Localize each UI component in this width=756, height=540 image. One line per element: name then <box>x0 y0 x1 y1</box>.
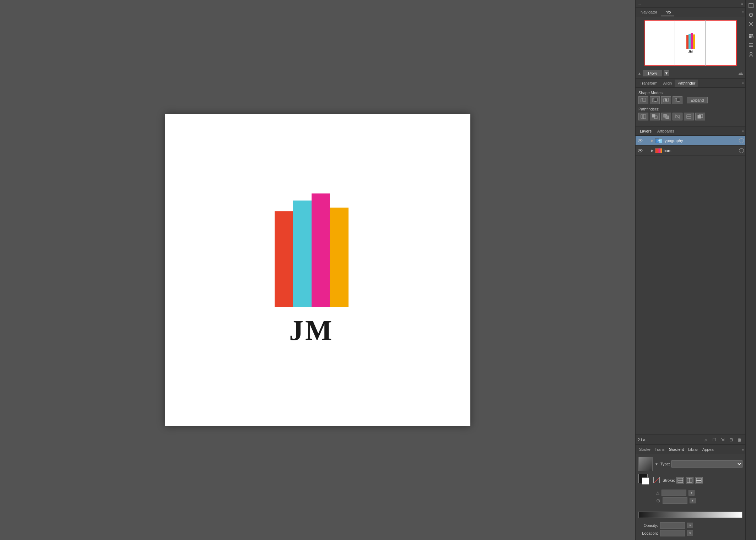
pf-minus-front-icon[interactable] <box>650 96 660 104</box>
layers-new-layer-icon[interactable]: ☐ <box>711 437 718 443</box>
layers-merge-icon[interactable]: ⇲ <box>719 437 726 443</box>
layer-eye-typography[interactable] <box>637 137 643 144</box>
gradient-menu-icon[interactable]: ≡ <box>742 448 744 452</box>
tab-pathfinder[interactable]: Pathfinder <box>675 80 698 87</box>
pf-intersect-icon[interactable] <box>661 96 671 104</box>
gradient-aspect-input[interactable] <box>663 497 687 504</box>
layer-eye-bars[interactable] <box>637 147 643 154</box>
pf-trim-icon[interactable] <box>650 113 660 120</box>
expand-button[interactable]: Expand <box>687 97 708 103</box>
bar-pink <box>312 194 330 307</box>
bar-gold <box>330 208 349 307</box>
layers-delete1-icon[interactable]: ⊟ <box>728 437 735 443</box>
toolbar-icon-5[interactable] <box>747 41 755 49</box>
stroke-btn-2[interactable] <box>686 477 693 484</box>
opacity-input[interactable] <box>660 522 685 529</box>
location-dropdown[interactable]: ▼ <box>687 530 693 536</box>
nav-vline-right <box>705 20 706 66</box>
none-swatch[interactable] <box>653 477 660 484</box>
stroke-btn-1[interactable] <box>676 477 684 484</box>
tab-info[interactable]: Info <box>661 9 674 16</box>
pathfinder-menu-icon[interactable]: ≡ <box>742 81 744 85</box>
nav-text-mini: JM <box>688 50 693 53</box>
layer-item-bars[interactable]: ▶ bars <box>636 146 745 156</box>
gradient-type-row: ▼ Type: <box>638 457 742 471</box>
tab-library[interactable]: Librar <box>686 446 700 453</box>
zoom-collapse-icon[interactable]: ▲ <box>638 71 641 75</box>
gradient-swatch-arrow[interactable]: ▼ <box>655 462 658 466</box>
layer-target-typography[interactable] <box>739 138 744 143</box>
svg-rect-41 <box>749 36 751 38</box>
navigator-section: Navigator Info ≡ JM <box>636 8 745 79</box>
tab-align[interactable]: Align <box>660 80 675 87</box>
layers-trash-icon[interactable]: 🗑 <box>736 437 743 443</box>
layers-search-icon[interactable]: ⌕ <box>702 437 709 443</box>
toolbar-divider-1 <box>747 30 755 30</box>
toolbar-icon-3[interactable] <box>747 20 755 28</box>
zoom-input[interactable] <box>643 70 662 76</box>
gradient-angle-input[interactable] <box>662 490 686 496</box>
canvas-area: JM <box>0 0 635 540</box>
nav-menu-icon[interactable]: ≡ <box>742 10 744 14</box>
layer-arrow-bars[interactable]: ▶ <box>651 149 654 152</box>
svg-rect-39 <box>749 34 751 36</box>
gradient-angle-row: △ ▼ <box>656 490 742 496</box>
pf-unite-icon[interactable] <box>638 96 648 104</box>
svg-rect-12 <box>643 115 646 118</box>
tab-navigator[interactable]: Navigator <box>637 9 661 16</box>
tab-stroke[interactable]: Stroke <box>637 446 653 453</box>
gradient-bar-container: 🗑 <box>638 512 742 518</box>
toolbar-icon-4[interactable] <box>747 32 755 40</box>
gradient-bar[interactable] <box>638 512 742 518</box>
tab-appearance[interactable]: Appea <box>700 446 716 453</box>
layer-item-typography[interactable]: ▶ JM typography <box>636 136 745 146</box>
tab-artboards[interactable]: Artboards <box>654 128 677 135</box>
location-input[interactable] <box>660 530 685 536</box>
gradient-angle-dropdown[interactable]: ▼ <box>688 490 695 496</box>
opacity-dropdown[interactable]: ▼ <box>687 523 693 528</box>
layer-target-bars[interactable] <box>739 148 744 153</box>
pf-exclude-icon[interactable] <box>673 96 682 104</box>
pf-merge-icon[interactable] <box>661 113 671 120</box>
gradient-swatch[interactable] <box>638 457 653 471</box>
logo-container: JM <box>275 194 349 347</box>
opacity-location-rows: Opacity: ▼ Location: ▼ <box>636 520 745 540</box>
gradient-tab-bar: Stroke Trans Gradient Librar Appea ≡ <box>636 445 745 454</box>
tab-transform[interactable]: Transform <box>637 80 660 87</box>
pathfinder-content: Shape Modes: <box>636 88 745 126</box>
pathfinder-section: Transform Align Pathfinder ≡ Shape Modes… <box>636 79 745 126</box>
stroke-btn-3[interactable] <box>695 477 703 484</box>
svg-rect-3 <box>654 98 657 101</box>
logo-text: JM <box>289 314 334 347</box>
svg-rect-8 <box>677 98 680 101</box>
pf-minus-back-icon[interactable] <box>695 113 705 120</box>
panel-close-dots: ··· <box>638 2 641 6</box>
tab-transform[interactable]: Trans <box>653 446 667 453</box>
pathfinder-icons <box>638 113 742 120</box>
toolbar-icon-2[interactable] <box>747 11 755 19</box>
toolbar-icon-1[interactable] <box>747 1 755 10</box>
zoom-dropdown-btn[interactable]: ▼ <box>664 70 669 76</box>
panel-menu-icon[interactable]: ≡ <box>741 2 743 6</box>
shape-modes-icons: Expand <box>638 96 742 104</box>
location-row: Location: ▼ <box>638 530 742 536</box>
pf-divide-icon[interactable] <box>638 113 648 120</box>
layer-arrow-typography[interactable]: ▶ <box>651 139 654 142</box>
nav-logo-mini: JM <box>686 33 695 53</box>
artboard[interactable]: JM <box>165 114 470 426</box>
gradient-type-label: Type: <box>660 462 670 466</box>
svg-point-24 <box>639 140 641 141</box>
layers-list: ▶ JM typography ▶ bars <box>636 136 745 434</box>
toolbar-icon-6[interactable] <box>747 50 755 59</box>
tab-gradient[interactable]: Gradient <box>667 446 686 453</box>
gradient-aspect-dropdown[interactable]: ▼ <box>690 498 696 503</box>
tab-layers[interactable]: Layers <box>637 128 654 135</box>
gradient-type-select[interactable] <box>671 460 742 468</box>
svg-rect-16 <box>666 116 669 119</box>
navigator-tab-bar: Navigator Info ≡ <box>636 8 745 17</box>
pf-crop-icon[interactable] <box>673 113 682 120</box>
layers-menu-icon[interactable]: ≡ <box>742 129 744 133</box>
pf-outline-icon[interactable] <box>684 113 694 120</box>
nav-bar-mini-gold <box>693 34 695 49</box>
stroke-swatch[interactable] <box>642 477 649 485</box>
